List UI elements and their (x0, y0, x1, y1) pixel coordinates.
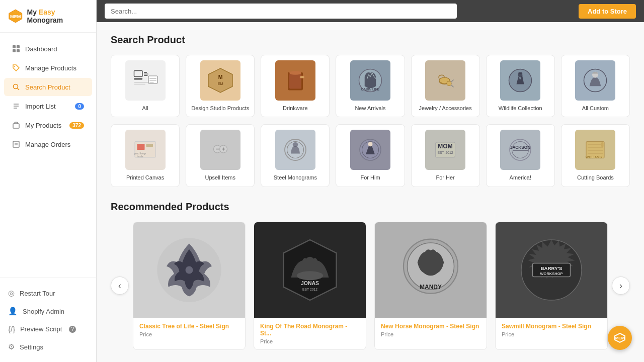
category-label-upsell: Upsell Items (205, 174, 235, 181)
sidebar-item-my-products[interactable]: My Products 372 (4, 116, 92, 134)
restart-tour-item[interactable]: ◎ Restart Tour (4, 284, 92, 302)
product-image-3: BARRY'S WORKSHOP (496, 222, 607, 318)
svg-text:EST 2012: EST 2012 (302, 288, 317, 291)
category-label-drinkware: Drinkware (283, 105, 308, 112)
sidebar-item-dashboard[interactable]: Dashboard (4, 40, 92, 58)
category-card-steel-monograms[interactable]: Steel Monograms (261, 124, 330, 187)
svg-line-39 (451, 80, 454, 82)
recommended-section: Recommended Products ‹ (111, 201, 630, 350)
product-card-3[interactable]: BARRY'S WORKSHOP Sawmill Monogram - Stee… (495, 222, 608, 350)
sidebar-item-import-list[interactable]: Import List 0 (4, 97, 92, 115)
category-card-all-custom[interactable]: All Custom (561, 55, 630, 117)
svg-rect-3 (17, 45, 20, 48)
preview-script-item[interactable]: {/} Preview Script ? (4, 320, 92, 338)
sidebar-item-label: Import List (25, 103, 56, 110)
import-list-badge: 0 (75, 103, 84, 110)
svg-text:JACKSON: JACKSON (510, 145, 530, 150)
svg-rect-47 (146, 144, 153, 147)
svg-rect-22 (134, 84, 145, 85)
dashboard-icon (12, 45, 20, 53)
tag-icon (12, 64, 20, 72)
product-card-1[interactable]: JONAS EST 2012 King Of The Road Monogram… (254, 222, 366, 350)
svg-rect-19 (144, 74, 148, 75)
category-card-all[interactable]: All (111, 55, 180, 117)
category-label-cutting-boards: Cutting Boards (577, 174, 614, 181)
svg-point-60 (368, 142, 372, 147)
help-icon[interactable]: ? (69, 326, 76, 333)
shopify-admin-item[interactable]: 👤 Shopify Admin (4, 302, 92, 320)
category-card-jewelry[interactable]: Jewelry / Accessories (411, 55, 480, 117)
next-arrow[interactable]: › (612, 277, 630, 295)
settings-item[interactable]: ⚙ Settings (4, 338, 92, 356)
add-to-store-button[interactable]: Add to Store (579, 4, 636, 19)
category-image-cutting-boards: WILLIAMS (575, 130, 615, 170)
sidebar-item-label: Manage Products (25, 64, 76, 72)
product-card-2[interactable]: MANDY New Horse Monogram - Steel Sign Pr… (374, 222, 487, 350)
category-label-jewelry: Jewelry / Accessories (419, 105, 472, 112)
code-icon: {/} (8, 325, 15, 333)
sidebar-bottom: ◎ Restart Tour 👤 Shopify Admin {/} Previ… (0, 278, 96, 362)
svg-text:EM: EM (217, 81, 223, 86)
recommended-row: ‹ Classic Tree of (111, 222, 630, 350)
svg-marker-27 (208, 68, 232, 93)
category-card-for-her[interactable]: MOM EST. 2012 For Her (411, 124, 480, 187)
box-icon (12, 121, 20, 129)
svg-rect-21 (134, 82, 149, 83)
svg-rect-46 (137, 144, 144, 150)
svg-rect-4 (13, 49, 16, 52)
svg-line-8 (18, 88, 20, 90)
product-price-3: Price (502, 331, 601, 337)
sidebar-item-manage-orders[interactable]: Manage Orders (4, 135, 92, 153)
search-nav-icon (12, 83, 20, 91)
category-label-design-studio: Design Studio Products (191, 105, 249, 112)
category-label-printed-canvas: Printed Canvas (126, 174, 164, 181)
svg-rect-73 (601, 142, 604, 147)
category-card-new-arrivals[interactable]: CABIN LIFE New Arrivals (336, 55, 405, 117)
sidebar-item-search-product[interactable]: Search Product (4, 78, 92, 96)
category-card-upsell[interactable]: Upsell Items (186, 124, 255, 187)
product-image-2: MANDY (375, 222, 487, 318)
svg-point-32 (289, 71, 301, 75)
orders-icon (12, 140, 20, 148)
svg-point-38 (447, 81, 451, 86)
svg-rect-17 (134, 78, 142, 80)
category-grid-row1: All M EM Design Studio Products (111, 55, 630, 117)
preview-script-label: Preview Script (20, 325, 62, 333)
category-card-america[interactable]: JACKSON America! (486, 124, 555, 187)
prev-arrow[interactable]: ‹ (111, 277, 129, 295)
category-card-design-studio[interactable]: M EM Design Studio Products (186, 55, 255, 117)
product-grid: Classic Tree of Life - Steel Sign Price … (133, 222, 608, 350)
svg-text:JONAS: JONAS (301, 280, 319, 286)
product-card-0[interactable]: Classic Tree of Life - Steel Sign Price (133, 222, 246, 350)
category-card-wildlife[interactable]: Wildlife Collection (486, 55, 555, 117)
category-label-new-arrivals: New Arrivals (355, 105, 385, 112)
svg-rect-16 (134, 71, 142, 77)
category-label-for-him: For Him (360, 174, 380, 181)
fab-button[interactable]: MEM (608, 326, 632, 350)
svg-point-78 (297, 271, 324, 280)
svg-rect-13 (13, 141, 19, 147)
search-input[interactable] (105, 4, 457, 19)
category-card-for-him[interactable]: For Him (336, 124, 405, 187)
sidebar: MEM My Easy Monogram Dashboard Manage Pr… (0, 0, 97, 362)
category-image-upsell (200, 130, 240, 170)
sidebar-item-manage-products[interactable]: Manage Products (4, 59, 92, 77)
sidebar-item-label: My Products (25, 122, 61, 129)
product-image-1: JONAS EST 2012 (254, 222, 366, 318)
product-image-0 (133, 222, 245, 318)
svg-point-64 (510, 139, 531, 160)
sidebar-nav: Dashboard Manage Products Search Product… (0, 33, 96, 278)
gear-icon: ⚙ (8, 342, 15, 351)
svg-rect-5 (17, 49, 20, 52)
category-label-steel-monograms: Steel Monograms (274, 174, 317, 181)
category-card-drinkware[interactable]: Drinkware (261, 55, 330, 117)
recommended-title: Recommended Products (111, 201, 630, 213)
product-title-1: King Of The Road Monogram - St... (260, 323, 360, 337)
category-card-printed-canvas[interactable]: good things hustle Printed Canvas (111, 124, 180, 187)
category-image-jewelry (425, 60, 465, 101)
content-area: Search Product (97, 22, 644, 362)
svg-point-76 (186, 266, 193, 274)
category-card-cutting-boards[interactable]: WILLIAMS Cutting Boards (561, 124, 630, 187)
product-price-0: Price (139, 331, 239, 337)
svg-rect-18 (144, 72, 147, 73)
